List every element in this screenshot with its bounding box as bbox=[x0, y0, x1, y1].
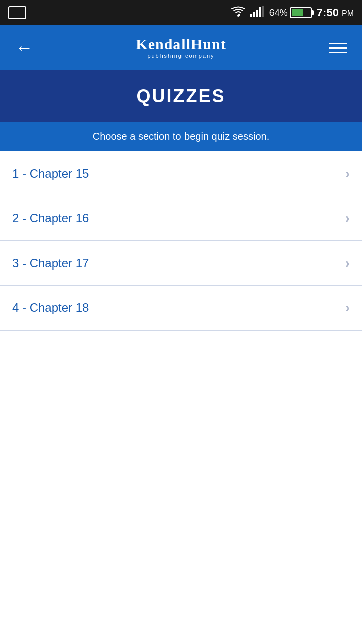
back-button[interactable]: ← bbox=[10, 32, 38, 63]
svg-rect-5 bbox=[262, 6, 264, 17]
screen-icon bbox=[8, 6, 26, 19]
instruction-text: Choose a section to begin quiz session. bbox=[10, 131, 352, 142]
chevron-right-icon: › bbox=[345, 210, 350, 226]
logo-main: KendallHunt bbox=[136, 37, 226, 52]
status-right: 64% 7:50 PM bbox=[231, 6, 354, 20]
hamburger-line-1 bbox=[329, 43, 347, 44]
hamburger-menu-button[interactable] bbox=[324, 38, 352, 58]
svg-rect-1 bbox=[250, 14, 252, 17]
chevron-right-icon: › bbox=[345, 255, 350, 271]
chapter-item[interactable]: 4 - Chapter 18› bbox=[0, 286, 362, 331]
page-title: QUIZZES bbox=[10, 86, 352, 107]
svg-point-0 bbox=[237, 15, 239, 17]
chapter-item[interactable]: 3 - Chapter 17› bbox=[0, 241, 362, 286]
chapter-item[interactable]: 1 - Chapter 15› bbox=[0, 151, 362, 196]
battery-indicator: 64% bbox=[269, 7, 312, 18]
chapter-item[interactable]: 2 - Chapter 16› bbox=[0, 196, 362, 241]
instruction-bar: Choose a section to begin quiz session. bbox=[0, 122, 362, 151]
navbar: ← KendallHunt publishing company bbox=[0, 25, 362, 70]
time-value: 7:50 bbox=[317, 6, 339, 19]
chapter-list: 1 - Chapter 15›2 - Chapter 16›3 - Chapte… bbox=[0, 151, 362, 331]
battery-percent-label: 64% bbox=[269, 8, 288, 18]
time-display: 7:50 PM bbox=[317, 6, 354, 19]
chapter-label: 4 - Chapter 18 bbox=[12, 301, 89, 315]
chevron-right-icon: › bbox=[345, 300, 350, 316]
logo-sub: publishing company bbox=[147, 53, 214, 59]
chapter-label: 3 - Chapter 17 bbox=[12, 256, 89, 270]
hamburger-line-2 bbox=[329, 47, 347, 49]
svg-rect-3 bbox=[256, 10, 258, 17]
logo: KendallHunt publishing company bbox=[136, 37, 226, 59]
hamburger-line-3 bbox=[329, 52, 347, 53]
chapter-label: 2 - Chapter 16 bbox=[12, 211, 89, 225]
wifi-icon bbox=[231, 6, 245, 20]
time-ampm: PM bbox=[342, 9, 354, 18]
svg-rect-2 bbox=[253, 12, 255, 17]
status-bar: 64% 7:50 PM bbox=[0, 0, 362, 25]
battery-box bbox=[290, 7, 312, 18]
signal-icon bbox=[250, 6, 264, 20]
battery-fill bbox=[292, 9, 303, 16]
page-title-banner: QUIZZES bbox=[0, 70, 362, 122]
svg-rect-4 bbox=[259, 7, 261, 17]
chevron-right-icon: › bbox=[345, 166, 350, 182]
status-left bbox=[8, 6, 26, 19]
chapter-label: 1 - Chapter 15 bbox=[12, 167, 89, 181]
